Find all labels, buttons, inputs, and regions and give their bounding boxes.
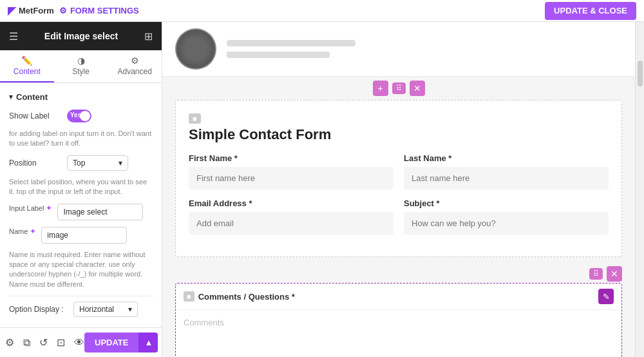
form-title: Simple Contact Form bbox=[189, 126, 609, 143]
last-name-label: Last Name * bbox=[404, 153, 609, 163]
show-label-text: Show Label bbox=[9, 111, 67, 121]
close-section-button[interactable]: ✕ bbox=[410, 81, 425, 96]
last-name-input[interactable] bbox=[404, 167, 609, 189]
main-layout: ☰ Edit Image select ⊞ ✏️ Content ◑ Style… bbox=[0, 22, 644, 357]
sidebar-content: Content Show Label Yes for adding label … bbox=[0, 83, 162, 327]
template-icon[interactable]: ⊡ bbox=[57, 336, 65, 349]
show-label-row: Show Label Yes bbox=[9, 110, 153, 122]
grid-icon[interactable]: ⊞ bbox=[144, 30, 153, 43]
sidebar-header: ☰ Edit Image select ⊞ bbox=[0, 22, 162, 50]
comments-section: ■ Comments / Questions * ✎ Comments bbox=[175, 283, 622, 357]
show-label-hint: for adding label on input turn it on. Do… bbox=[9, 129, 153, 149]
sidebar-tabs: ✏️ Content ◑ Style ⚙ Advanced bbox=[0, 50, 162, 83]
first-name-col: First Name * bbox=[189, 153, 393, 189]
tab-style[interactable]: ◑ Style bbox=[54, 50, 108, 82]
subject-label: Subject * bbox=[404, 198, 609, 208]
form-row-1: First Name * Last Name * bbox=[189, 153, 609, 189]
email-col: Email Address * bbox=[189, 198, 393, 235]
subject-col: Subject * bbox=[404, 198, 609, 235]
option-display-value: Horizontal bbox=[79, 305, 114, 314]
comments-area: Comments bbox=[184, 318, 614, 357]
comments-section-toolbar: ⠿ ✕ bbox=[162, 264, 635, 283]
position-value: Top bbox=[73, 159, 85, 168]
move-section-icon[interactable]: ⠿ bbox=[392, 82, 406, 94]
name-label: Name ✦ bbox=[9, 227, 36, 236]
undo-icon[interactable]: ↺ bbox=[39, 336, 48, 349]
email-input[interactable] bbox=[189, 212, 393, 235]
comments-edit-button[interactable]: ✎ bbox=[598, 289, 614, 304]
name-label-text: Name bbox=[9, 227, 28, 235]
sidebar-title: Edit Image select bbox=[44, 31, 118, 41]
form-section-toolbar: + ⠿ ✕ bbox=[162, 77, 635, 100]
style-tab-icon: ◑ bbox=[57, 55, 106, 66]
hamburger-icon[interactable]: ☰ bbox=[9, 30, 18, 43]
tab-content[interactable]: ✏️ Content bbox=[0, 50, 54, 82]
comments-placeholder: Comments bbox=[184, 318, 224, 327]
option-display-chevron-icon: ▾ bbox=[128, 305, 132, 314]
name-row: Name ✦ bbox=[9, 227, 153, 244]
toggle-knob bbox=[80, 111, 90, 121]
image-placeholder-lines bbox=[227, 40, 355, 58]
content-tab-label: Content bbox=[14, 67, 41, 76]
metform-logo-icon: ◤ bbox=[8, 5, 15, 17]
input-label-row: Input Label ✦ bbox=[9, 204, 153, 220]
option-display-label: Option Display : bbox=[9, 305, 73, 314]
img-line-2 bbox=[227, 52, 330, 58]
first-name-input[interactable] bbox=[189, 167, 393, 189]
topbar-left: ◤ MetForm ⚙ FORM SETTINGS bbox=[8, 5, 139, 17]
subject-input[interactable] bbox=[404, 212, 609, 235]
magic-icon: ✦ bbox=[46, 204, 52, 213]
scrollbar-thumb[interactable] bbox=[638, 61, 643, 86]
tab-advanced[interactable]: ⚙ Advanced bbox=[108, 50, 162, 82]
option-display-row: Option Display : Horizontal ▾ bbox=[9, 302, 153, 317]
settings-icon[interactable]: ⚙ bbox=[5, 336, 14, 349]
divider bbox=[9, 296, 153, 296]
topbar-logo: ◤ MetForm bbox=[8, 5, 54, 17]
chevron-down-icon: ▾ bbox=[118, 159, 122, 168]
name-field[interactable] bbox=[41, 227, 127, 244]
input-label-text: Input Label bbox=[9, 204, 44, 212]
form-card: ■ Simple Contact Form First Name * Last … bbox=[175, 100, 622, 257]
add-section-button[interactable]: + bbox=[373, 81, 388, 96]
input-label-field[interactable] bbox=[57, 204, 143, 220]
eye-icon[interactable]: 👁 bbox=[74, 337, 84, 349]
form-settings-link[interactable]: ⚙ FORM SETTINGS bbox=[59, 6, 139, 15]
comments-header: ■ Comments / Questions * ✎ bbox=[176, 284, 621, 310]
sidebar-toolbar: ⚙ ⧉ ↺ ⊡ 👁 UPDATE ▲ bbox=[0, 327, 162, 357]
sidebar-header-icons: ⊞ bbox=[144, 30, 153, 43]
scrollbar-area bbox=[635, 22, 644, 357]
update-button[interactable]: UPDATE bbox=[84, 333, 138, 352]
update-close-button[interactable]: UPDATE & CLOSE bbox=[545, 2, 636, 20]
toolbar-icons: ⚙ ⧉ ↺ ⊡ 👁 bbox=[5, 336, 84, 349]
comments-body: Comments bbox=[176, 310, 621, 357]
position-select[interactable]: Top ▾ bbox=[67, 155, 128, 171]
update-button-wrap: UPDATE ▲ bbox=[84, 333, 158, 352]
position-label: Position bbox=[9, 159, 67, 168]
content-section-title: Content bbox=[9, 92, 153, 102]
position-row: Position Top ▾ bbox=[9, 155, 153, 171]
name-magic-icon: ✦ bbox=[30, 227, 36, 236]
input-label-label: Input Label ✦ bbox=[9, 204, 52, 213]
sidebar: ☰ Edit Image select ⊞ ✏️ Content ◑ Style… bbox=[0, 22, 162, 357]
topbar: ◤ MetForm ⚙ FORM SETTINGS UPDATE & CLOSE bbox=[0, 0, 644, 22]
last-name-col: Last Name * bbox=[404, 153, 609, 189]
position-hint: Select label position, where you want to… bbox=[9, 177, 153, 197]
form-block-icon: ■ bbox=[189, 113, 201, 124]
advanced-tab-icon: ⚙ bbox=[110, 55, 159, 66]
form-settings-label: FORM SETTINGS bbox=[70, 6, 139, 15]
email-label: Email Address * bbox=[189, 198, 393, 208]
layers-icon[interactable]: ⧉ bbox=[23, 337, 30, 349]
style-tab-label: Style bbox=[72, 67, 90, 76]
option-display-select[interactable]: Horizontal ▾ bbox=[73, 302, 138, 317]
gear-icon: ⚙ bbox=[59, 6, 67, 15]
form-row-2: Email Address * Subject * bbox=[189, 198, 609, 235]
content-area: + ⠿ ✕ ■ Simple Contact Form First Name *… bbox=[162, 22, 635, 357]
image-thumb-inner bbox=[176, 30, 215, 68]
close-comments-button[interactable]: ✕ bbox=[607, 266, 622, 282]
comments-label: Comments / Questions * bbox=[198, 292, 295, 302]
update-arrow-button[interactable]: ▲ bbox=[138, 333, 158, 352]
topbar-logo-text: MetForm bbox=[19, 6, 54, 15]
show-label-toggle[interactable]: Yes bbox=[67, 110, 91, 122]
advanced-tab-label: Advanced bbox=[117, 67, 151, 76]
move-comments-icon[interactable]: ⠿ bbox=[589, 268, 603, 280]
